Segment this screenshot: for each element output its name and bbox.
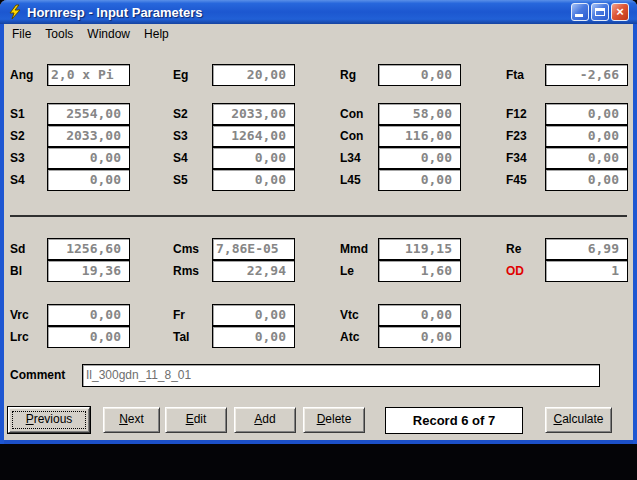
f34-field[interactable]: 0,00	[545, 147, 628, 169]
atc-field[interactable]: 0,00	[378, 326, 461, 348]
fta-field[interactable]: -2,66	[545, 64, 628, 86]
eg-field[interactable]: 20,00	[212, 64, 295, 86]
menu-window[interactable]: Window	[80, 25, 137, 43]
tal-field[interactable]: 0,00	[212, 326, 295, 348]
vtc-field[interactable]: 0,00	[378, 304, 461, 326]
minimize-button[interactable]	[571, 3, 589, 21]
s5-label: S5	[173, 169, 188, 191]
s2b-label: S2	[10, 125, 25, 147]
s1-field[interactable]: 2554,00	[47, 103, 130, 125]
param-row: S1 2554,00 S2 2033,00 Con 58,00 F12 0,00	[0, 103, 637, 125]
s2b-field[interactable]: 2033,00	[47, 125, 130, 147]
bl-value: 19,36	[48, 261, 129, 281]
le-value: 1,60	[379, 261, 460, 281]
maximize-button[interactable]	[591, 3, 609, 21]
lightning-bolt-icon	[7, 4, 23, 20]
comment-field[interactable]: Il_300gdn_11_8_01	[82, 364, 600, 387]
sd-field[interactable]: 1256,60	[47, 238, 130, 260]
delete-button[interactable]: Delete	[303, 407, 365, 433]
con12-field[interactable]: 58,00	[378, 103, 461, 125]
con23-field[interactable]: 116,00	[378, 125, 461, 147]
s3b-field[interactable]: 0,00	[47, 147, 130, 169]
f34-value: 0,00	[546, 148, 627, 168]
f45-field[interactable]: 0,00	[545, 169, 628, 191]
le-field[interactable]: 1,60	[378, 260, 461, 282]
edit-button[interactable]: Edit	[165, 407, 227, 433]
mmd-label: Mmd	[340, 238, 368, 260]
cms-field[interactable]: 7,86E-05	[212, 238, 295, 260]
s3-field[interactable]: 1264,00	[212, 125, 295, 147]
rg-field[interactable]: 0,00	[378, 64, 461, 86]
vtc-label: Vtc	[340, 304, 359, 326]
l34-field[interactable]: 0,00	[378, 147, 461, 169]
atc-value: 0,00	[379, 327, 460, 347]
fta-label: Fta	[506, 64, 524, 86]
menu-file[interactable]: File	[5, 25, 38, 43]
f23-value: 0,00	[546, 126, 627, 146]
con12-value: 58,00	[379, 104, 460, 124]
minimize-icon	[575, 14, 583, 17]
s2-value: 2033,00	[213, 104, 294, 124]
maximize-icon	[595, 8, 605, 16]
previous-button[interactable]: Previous	[8, 407, 90, 433]
lrc-field[interactable]: 0,00	[47, 326, 130, 348]
fr-label: Fr	[173, 304, 185, 326]
comment-value: Il_300gdn_11_8_01	[83, 365, 599, 386]
param-row: Sd 1256,60 Cms 7,86E-05 Mmd 119,15 Re 6,…	[0, 238, 637, 260]
f34-label: F34	[506, 147, 527, 169]
fr-value: 0,00	[213, 305, 294, 325]
l45-field[interactable]: 0,00	[378, 169, 461, 191]
close-button[interactable]: ×	[611, 3, 629, 21]
ang-field[interactable]: 2,0 x Pi	[47, 64, 130, 86]
f45-value: 0,00	[546, 170, 627, 190]
le-label: Le	[340, 260, 354, 282]
menu-bar: File Tools Window Help	[4, 24, 633, 44]
con12-label: Con	[340, 103, 363, 125]
s5-value: 0,00	[213, 170, 294, 190]
eg-label: Eg	[173, 64, 188, 86]
menu-tools[interactable]: Tools	[38, 25, 80, 43]
mmd-value: 119,15	[379, 239, 460, 259]
rms-field[interactable]: 22,94	[212, 260, 295, 282]
param-row: S3 0,00 S4 0,00 L34 0,00 F34 0,00	[0, 147, 637, 169]
bl-field[interactable]: 19,36	[47, 260, 130, 282]
re-field[interactable]: 6,99	[545, 238, 628, 260]
con23-label: Con	[340, 125, 363, 147]
close-icon: ×	[612, 4, 628, 20]
rg-value: 0,00	[379, 65, 460, 85]
next-button[interactable]: Next	[103, 407, 160, 433]
f12-value: 0,00	[546, 104, 627, 124]
section-separator	[10, 215, 627, 217]
hornresp-input-parameters-window: Hornresp - Input Parameters × File Tools…	[0, 0, 637, 444]
s5-field[interactable]: 0,00	[212, 169, 295, 191]
lrc-value: 0,00	[48, 327, 129, 347]
mmd-field[interactable]: 119,15	[378, 238, 461, 260]
s4b-field[interactable]: 0,00	[47, 169, 130, 191]
con23-value: 116,00	[379, 126, 460, 146]
titlebar[interactable]: Hornresp - Input Parameters ×	[0, 0, 637, 24]
s3b-label: S3	[10, 147, 25, 169]
ang-label: Ang	[10, 64, 33, 86]
eg-value: 20,00	[213, 65, 294, 85]
comment-label: Comment	[10, 364, 65, 387]
sd-label: Sd	[10, 238, 25, 260]
re-value: 6,99	[546, 239, 627, 259]
f12-label: F12	[506, 103, 527, 125]
add-button[interactable]: Add	[234, 407, 296, 433]
vrc-label: Vrc	[10, 304, 29, 326]
od-value: 1	[546, 261, 627, 281]
s3-value: 1264,00	[213, 126, 294, 146]
param-row: Lrc 0,00 Tal 0,00 Atc 0,00	[0, 326, 637, 348]
s4-field[interactable]: 0,00	[212, 147, 295, 169]
calculate-button[interactable]: Calculate	[545, 407, 612, 433]
sd-value: 1256,60	[48, 239, 129, 259]
f23-field[interactable]: 0,00	[545, 125, 628, 147]
atc-label: Atc	[340, 326, 359, 348]
s2-field[interactable]: 2033,00	[212, 103, 295, 125]
menu-help[interactable]: Help	[137, 25, 176, 43]
fr-field[interactable]: 0,00	[212, 304, 295, 326]
tal-label: Tal	[173, 326, 189, 348]
vrc-field[interactable]: 0,00	[47, 304, 130, 326]
od-field[interactable]: 1	[545, 260, 628, 282]
f12-field[interactable]: 0,00	[545, 103, 628, 125]
